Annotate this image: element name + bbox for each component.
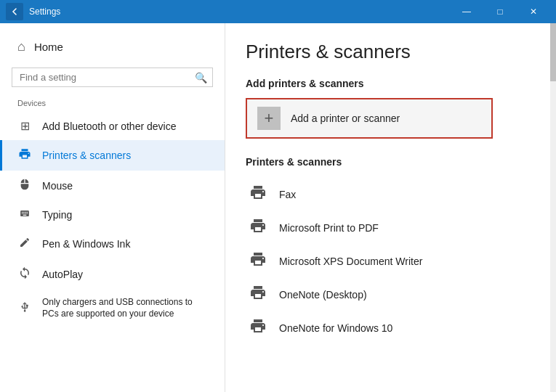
sidebar-item-pen-label: Pen & Windows Ink: [42, 238, 130, 250]
add-printer-button[interactable]: + Add a printer or scanner: [246, 98, 493, 139]
window-title: Settings: [29, 7, 450, 17]
sidebar-item-typing[interactable]: Typing: [0, 201, 225, 229]
printer-name-onenote-desktop: OneNote (Desktop): [279, 289, 367, 301]
printers-section-heading: Printers & scanners: [246, 156, 530, 168]
printer-item-onenote-desktop[interactable]: OneNote (Desktop): [246, 278, 530, 311]
sidebar: ⌂ Home 🔍 Devices ⊞ Add Bluetooth or othe…: [0, 23, 225, 392]
printer-item-xps[interactable]: Microsoft XPS Document Writer: [246, 245, 530, 278]
sidebar-item-bluetooth-label: Add Bluetooth or other device: [42, 121, 176, 132]
sidebar-item-autoplay-label: AutoPlay: [42, 269, 83, 280]
sidebar-item-mouse[interactable]: Mouse: [0, 171, 225, 201]
usb-icon: [17, 301, 32, 317]
sidebar-section-label: Devices: [0, 96, 225, 112]
title-bar: Settings — □ ✕: [0, 0, 556, 23]
pen-icon: [17, 236, 32, 252]
sidebar-item-bluetooth[interactable]: ⊞ Add Bluetooth or other device: [0, 112, 225, 140]
app-body: ⌂ Home 🔍 Devices ⊞ Add Bluetooth or othe…: [0, 23, 556, 392]
printer-icon-fax: [247, 184, 269, 205]
maximize-button[interactable]: □: [483, 0, 517, 23]
sidebar-item-usb[interactable]: Only chargers and USB connections to PCs…: [0, 290, 225, 327]
printer-icon-onenote-desktop: [247, 284, 269, 306]
printer-name-onenote-win10: OneNote for Windows 10: [279, 322, 392, 334]
scrollbar-thumb[interactable]: [550, 23, 556, 81]
minimize-button[interactable]: —: [450, 0, 483, 23]
sidebar-item-printers-label: Printers & scanners: [42, 150, 131, 161]
home-label: Home: [34, 41, 63, 53]
add-printer-plus-icon: +: [257, 107, 281, 130]
main-content: Printers & scanners Add printers & scann…: [225, 23, 550, 392]
close-button[interactable]: ✕: [517, 0, 550, 23]
page-title: Printers & scanners: [246, 41, 530, 63]
printer-name-pdf: Microsoft Print to PDF: [279, 222, 379, 234]
sidebar-item-typing-label: Typing: [42, 209, 72, 221]
mouse-icon: [17, 178, 32, 194]
sidebar-item-autoplay[interactable]: AutoPlay: [0, 259, 225, 290]
home-icon: ⌂: [17, 39, 25, 54]
printer-nav-icon: [17, 147, 32, 163]
sidebar-search: 🔍: [12, 68, 213, 87]
printer-name-xps: Microsoft XPS Document Writer: [279, 256, 422, 267]
sidebar-item-pen[interactable]: Pen & Windows Ink: [0, 229, 225, 259]
back-button[interactable]: [6, 3, 23, 20]
printer-name-fax: Fax: [279, 189, 296, 200]
sidebar-item-usb-label: Only chargers and USB connections to PCs…: [42, 297, 207, 319]
search-input[interactable]: [12, 68, 213, 87]
sidebar-item-mouse-label: Mouse: [42, 180, 73, 192]
printer-item-onenote-win10[interactable]: OneNote for Windows 10: [246, 311, 530, 345]
add-section-heading: Add printers & scanners: [246, 78, 530, 89]
printer-item-fax[interactable]: Fax: [246, 178, 530, 211]
scrollbar[interactable]: [550, 23, 556, 392]
printer-item-pdf[interactable]: Microsoft Print to PDF: [246, 211, 530, 245]
printer-icon-onenote-win10: [247, 317, 269, 339]
bluetooth-icon: ⊞: [17, 119, 32, 133]
add-printer-label: Add a printer or scanner: [291, 113, 400, 124]
sidebar-item-home[interactable]: ⌂ Home: [0, 30, 225, 63]
window-controls: — □ ✕: [450, 0, 550, 23]
printer-icon-pdf: [247, 217, 269, 239]
printer-icon-xps: [247, 250, 269, 272]
sidebar-item-printers[interactable]: Printers & scanners: [0, 140, 225, 171]
keyboard-icon: [17, 208, 32, 221]
autoplay-icon: [17, 266, 32, 282]
